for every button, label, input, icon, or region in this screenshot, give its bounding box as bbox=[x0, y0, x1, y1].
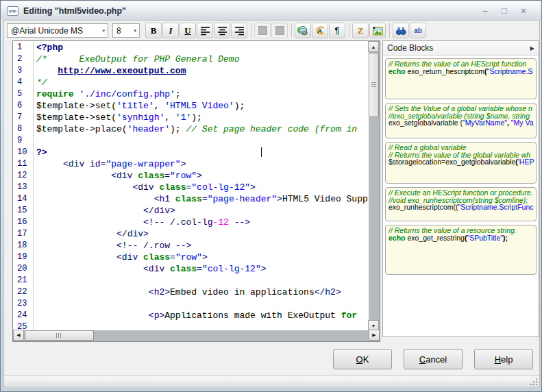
line-number: 23 bbox=[13, 298, 34, 310]
line-number: 21 bbox=[13, 275, 34, 286]
insert-symbol-button[interactable]: A bbox=[312, 23, 328, 38]
toolbar-separator bbox=[389, 23, 390, 38]
line-number: 8 bbox=[13, 123, 34, 135]
line-number: 22 bbox=[13, 286, 34, 298]
hyperlink-globe-icon bbox=[297, 25, 308, 36]
code-line: 21 bbox=[13, 275, 369, 286]
chevron-down-icon[interactable]: ▾ bbox=[134, 28, 136, 34]
replace-ab-icon: ab bbox=[414, 27, 422, 34]
bold-button[interactable]: B bbox=[145, 23, 162, 38]
code-line: 11 <div id="page-wrapper"> bbox=[13, 158, 369, 170]
code-line: 25 bbox=[13, 321, 369, 331]
arrow-left-icon: ◀ bbox=[16, 332, 20, 338]
code-lines: 1<?php2/* ExeOutput for PHP General Demo… bbox=[13, 42, 369, 331]
code-line: 24 <p>Applications made with ExeOutput f… bbox=[13, 310, 369, 321]
snippet-list: // Returns the value of an HEScript func… bbox=[383, 56, 539, 278]
insert-image-button[interactable] bbox=[369, 23, 386, 38]
font-family-combo[interactable]: @Arial Unicode MS ▾ bbox=[7, 23, 108, 38]
binoculars-icon bbox=[395, 26, 406, 36]
chevron-down-icon[interactable]: ▾ bbox=[102, 28, 105, 34]
code-block-snippet[interactable]: // Returns the value of an HEScript func… bbox=[385, 58, 537, 99]
line-number: 5 bbox=[13, 88, 34, 100]
toolbar-separator bbox=[349, 23, 349, 38]
scroll-right-button[interactable]: ▶ bbox=[369, 330, 380, 341]
code-blocks-header[interactable]: Code Blocks ▶ bbox=[383, 41, 539, 56]
ok-button[interactable]: OK bbox=[333, 349, 392, 369]
help-button[interactable]: Help bbox=[474, 349, 533, 369]
scroll-up-button[interactable]: ▲ bbox=[368, 41, 379, 52]
scroll-left-button[interactable]: ◀ bbox=[13, 330, 24, 341]
italic-button[interactable]: I bbox=[162, 23, 179, 38]
font-family-value: @Arial Unicode MS bbox=[11, 26, 83, 36]
line-number: 20 bbox=[13, 263, 34, 275]
line-number: 4 bbox=[13, 77, 34, 88]
line-number: 2 bbox=[13, 53, 34, 65]
code-line: 3 http://www.exeoutput.com bbox=[13, 65, 369, 77]
code-editor-area[interactable]: 1<?php2/* ExeOutput for PHP General Demo… bbox=[13, 41, 369, 331]
code-line: 15 </div> bbox=[13, 205, 369, 217]
formatting-toolbar: @Arial Unicode MS ▾ 8 ▾ B I U bbox=[4, 21, 539, 40]
code-line: 12 <div class="row"> bbox=[13, 170, 369, 182]
underline-button[interactable]: U bbox=[180, 23, 196, 38]
code-block-snippet[interactable]: // Read a global variable// Returns the … bbox=[385, 142, 537, 184]
code-line: 19 <div class="row"> bbox=[13, 252, 369, 263]
horizontal-scrollbar[interactable]: ◀ ▶ bbox=[13, 330, 380, 341]
code-line: 5require './inc/config.php'; bbox=[13, 88, 369, 100]
show-formatting-button[interactable]: ¶ bbox=[329, 23, 345, 38]
align-center-button[interactable] bbox=[214, 23, 230, 38]
svg-text:A: A bbox=[318, 27, 323, 34]
cancel-button[interactable]: Cancel bbox=[404, 349, 463, 369]
line-number: 16 bbox=[13, 217, 34, 228]
underline-icon: U bbox=[184, 25, 190, 36]
font-size-value: 8 bbox=[116, 26, 121, 36]
align-left-button[interactable] bbox=[197, 23, 213, 38]
line-number: 7 bbox=[13, 112, 34, 123]
font-size-combo[interactable]: 8 ▾ bbox=[112, 23, 140, 38]
align-right-button[interactable] bbox=[231, 23, 247, 38]
status-bar bbox=[4, 376, 539, 387]
minimize-button[interactable]: – bbox=[479, 5, 491, 16]
hyperlink-button[interactable] bbox=[295, 23, 311, 38]
code-line: 7$template->set('synhigh', '1'); bbox=[13, 112, 369, 123]
close-button[interactable]: × bbox=[517, 5, 530, 16]
code-line: 20 <div class="col-lg-12"> bbox=[13, 263, 369, 275]
find-button[interactable] bbox=[393, 23, 409, 38]
code-blocks-title: Code Blocks bbox=[387, 43, 433, 53]
arrow-down-icon: ▼ bbox=[371, 323, 376, 328]
bold-icon: B bbox=[151, 25, 157, 36]
line-number: 10 bbox=[13, 147, 34, 158]
thumb-grip bbox=[371, 82, 376, 88]
line-number: 14 bbox=[13, 193, 34, 205]
dialog-button-row: OKCancelHelp bbox=[4, 349, 533, 369]
line-number: 18 bbox=[13, 240, 34, 252]
replace-button[interactable]: ab bbox=[410, 23, 426, 38]
disabled-swatch-icon bbox=[275, 26, 284, 35]
script-z-icon: Z bbox=[358, 25, 364, 36]
code-block-snippet[interactable]: // Returns the value of a resource strin… bbox=[385, 225, 537, 275]
expand-arrow-icon[interactable]: ▶ bbox=[530, 45, 534, 51]
code-block-snippet[interactable]: // Sets the Value of a global variable w… bbox=[385, 103, 537, 138]
maximize-button[interactable]: □ bbox=[498, 5, 510, 16]
code-line: 18 <!-- /.row --> bbox=[13, 240, 369, 252]
line-number: 17 bbox=[13, 228, 34, 240]
line-number: 24 bbox=[13, 310, 34, 321]
vertical-scrollbar[interactable]: ▲ ▼ bbox=[369, 41, 380, 331]
symbol-a-rotate-icon: A bbox=[315, 25, 325, 36]
vertical-scroll-thumb[interactable] bbox=[369, 53, 379, 117]
code-line: 4*/ bbox=[13, 77, 369, 88]
code-block-snippet[interactable]: // Execute an HEScript function or proce… bbox=[385, 187, 537, 221]
code-line: 14 <h1 class="page-header">HTML5 Video S… bbox=[13, 193, 369, 205]
image-icon bbox=[372, 26, 383, 36]
title-bar[interactable]: php Editing "html5video.php" –□× bbox=[1, 1, 542, 20]
align-right-icon bbox=[234, 26, 245, 36]
line-number: 9 bbox=[13, 135, 34, 147]
resize-grip[interactable] bbox=[530, 378, 537, 385]
code-line: 10?> bbox=[13, 147, 369, 158]
horizontal-scroll-thumb[interactable] bbox=[25, 330, 94, 341]
window-controls: –□× bbox=[479, 5, 530, 16]
highlight-color-button-disabled bbox=[271, 23, 288, 38]
arrow-right-icon: ▶ bbox=[372, 332, 375, 338]
insert-script-button[interactable]: Z bbox=[352, 23, 369, 38]
code-line: 1<?php bbox=[13, 42, 369, 53]
toolbar-separator bbox=[251, 23, 251, 38]
